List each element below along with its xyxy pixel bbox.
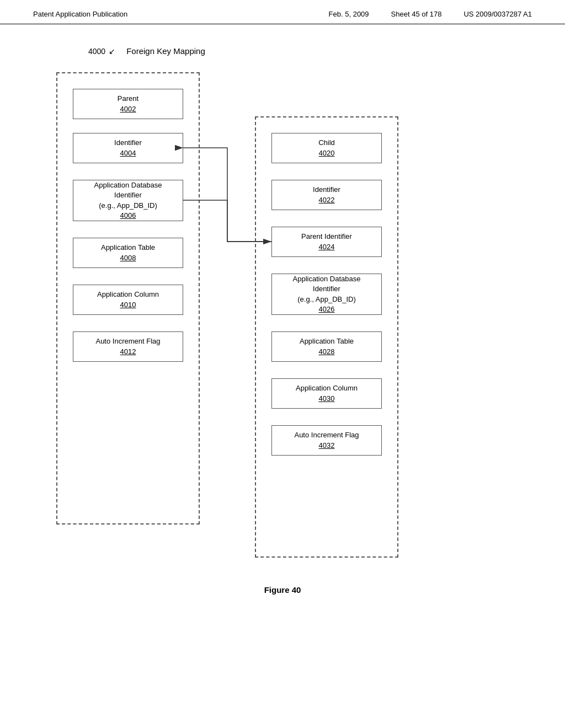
header-right: Feb. 5, 2009 Sheet 45 of 178 US 2009/003… <box>329 10 532 18</box>
left-box-app-db-identifier: Application Database Identifier(e.g., Ap… <box>73 180 183 221</box>
left-box-app-column: Application Column 4010 <box>73 285 183 315</box>
left-box-identifier: Identifier 4004 <box>73 133 183 163</box>
right-box-parent-identifier: Parent Identifier 4024 <box>271 227 382 257</box>
left-box-auto-increment: Auto Increment Flag 4012 <box>73 331 183 362</box>
diagram: Parent 4002 Identifier 4004 Application … <box>45 72 520 569</box>
right-box-app-db-identifier: Application Database Identifier(e.g., Ap… <box>271 274 382 315</box>
header-date: Feb. 5, 2009 <box>329 10 369 18</box>
right-box-identifier: Identifier 4022 <box>271 180 382 210</box>
header-patent: US 2009/0037287 A1 <box>463 10 532 18</box>
header-publication: Patent Application Publication <box>33 10 127 18</box>
diagram-title: Foreign Key Mapping <box>126 46 205 56</box>
right-box-app-table: Application Table 4028 <box>271 331 382 362</box>
page-header: Patent Application Publication Feb. 5, 2… <box>0 0 565 24</box>
title-area: 4000 ↙ Foreign Key Mapping <box>88 46 521 56</box>
right-box-auto-increment: Auto Increment Flag 4032 <box>271 425 382 456</box>
diagram-number: 4000 <box>88 47 105 56</box>
header-sheet: Sheet 45 of 178 <box>391 10 442 18</box>
main-content: 4000 ↙ Foreign Key Mapping Parent 4002 I… <box>0 24 565 617</box>
left-box-parent: Parent 4002 <box>73 89 183 119</box>
right-box-child: Child 4020 <box>271 133 382 163</box>
diagram-number-label: 4000 ↙ <box>88 47 115 56</box>
figure-caption: Figure 40 <box>44 585 521 595</box>
right-box-app-column: Application Column 4030 <box>271 378 382 409</box>
diagram-arrow: ↙ <box>109 47 115 56</box>
left-box-app-table: Application Table 4008 <box>73 238 183 268</box>
